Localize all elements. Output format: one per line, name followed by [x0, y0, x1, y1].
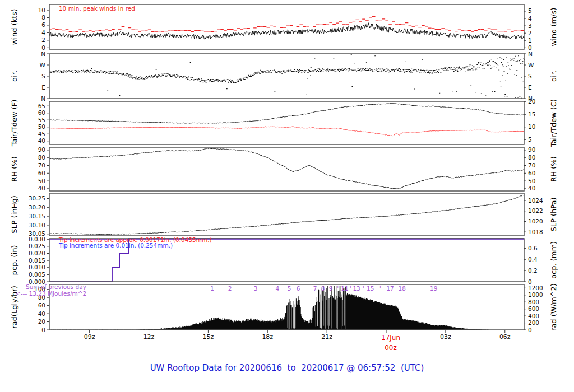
- rad-cumulative-mark: ': [337, 285, 339, 292]
- right-tick-label: 20: [528, 98, 535, 105]
- left-tick-label: 50: [38, 178, 45, 184]
- panel-rad: 123456789'11'13'15'171819020406080100020…: [10, 283, 558, 333]
- left-tick-label: 20: [38, 318, 45, 325]
- figure-title: UW Rooftop Data for 20200616 to 20200617…: [0, 363, 574, 373]
- left-tick-label: 50: [38, 123, 45, 130]
- x-tick-label: 21z: [321, 333, 332, 340]
- rad-cumulative-mark: 17: [386, 285, 394, 292]
- panel-border-dir: [49, 54, 524, 99]
- right-tick-label: 0.4: [528, 256, 538, 263]
- rad-cumulative-mark: 7: [313, 285, 317, 292]
- right-tick-label: 200: [528, 319, 539, 326]
- left-tick-label: 30.10: [29, 222, 45, 228]
- left-tick-label: 55: [38, 116, 45, 123]
- x-tick-label: 09z: [84, 333, 95, 340]
- left-tick-label: 80: [38, 154, 45, 161]
- panel-annotation: Sum of previous day: [26, 283, 86, 290]
- rad-cumulative-mark: 11: [341, 285, 348, 292]
- left-tick-label: N: [41, 95, 45, 102]
- right-tick-label: 5: [528, 7, 532, 14]
- left-tick-label: 8: [41, 14, 45, 21]
- right-tick-label: 5: [528, 136, 532, 143]
- right-tick-label: 400: [528, 312, 539, 319]
- chart-canvas: 0246810012345wind (kts)wind (m/s)10 min.…: [0, 0, 574, 392]
- left-tick-label: 60: [38, 302, 45, 309]
- left-tick-label: 0.020: [29, 250, 45, 256]
- left-tick-label: N: [41, 50, 45, 57]
- left-tick-label: 65: [38, 102, 45, 109]
- panel-pcp: 0.0000.0050.0100.0150.0200.0250.03000.20…: [10, 236, 558, 285]
- right-tick-label: 600: [528, 305, 539, 312]
- left-tick-label: 6: [41, 21, 45, 28]
- left-tick-label: W: [40, 62, 46, 68]
- panel-annotation: Tip increments are 0.01in. (0.254mm.): [58, 242, 173, 249]
- rad-cumulative-mark: ': [363, 285, 364, 292]
- right-tick-label: 1018: [528, 228, 543, 235]
- right-tick-label: 50: [528, 178, 535, 184]
- rad-cumulative-mark: ': [379, 285, 381, 292]
- right-tick-label: 800: [528, 298, 539, 305]
- left-tick-label: 2: [41, 36, 45, 43]
- right-tick-label: 40: [528, 185, 535, 192]
- right-tick-label: 2: [528, 30, 532, 36]
- left-tick-label: 0.030: [29, 236, 45, 242]
- rad-cumulative-mark: 18: [399, 285, 406, 292]
- right-tick-label: 1024: [528, 197, 543, 204]
- right-tick-label: 0: [528, 326, 532, 333]
- right-axis-title-dir: dir.: [549, 71, 558, 82]
- left-axis-title-rh: RH (%): [10, 156, 18, 181]
- panel-annotation: <--- 13.23 MJoules/m^2: [16, 290, 86, 297]
- x-tick-label: 15z: [203, 333, 214, 340]
- right-tick-label: 70: [528, 162, 535, 169]
- panel-border-slp: [49, 193, 524, 236]
- left-axis-title-wind: wind (kts): [10, 9, 18, 45]
- rad-cumulative-mark: 2: [228, 285, 232, 292]
- left-tick-label: S: [41, 73, 45, 80]
- series-solar-radiation: [49, 286, 497, 330]
- right-tick-label: S: [528, 73, 532, 80]
- right-tick-label: N: [528, 50, 533, 57]
- right-tick-label: 1020: [528, 218, 543, 225]
- x-tick-label-hour: 00z: [385, 344, 397, 352]
- rad-cumulative-mark: 1: [210, 285, 214, 292]
- series-tair-f: [49, 103, 524, 123]
- right-tick-label: W: [528, 62, 534, 68]
- left-tick-label: 30.15: [29, 213, 45, 220]
- x-axis: 09z12z15z18z21z17Jun00z03z06z: [84, 330, 511, 352]
- left-tick-label: 40: [38, 137, 45, 144]
- x-tick-label: 06z: [499, 333, 511, 340]
- left-tick-label: 30.25: [29, 195, 45, 202]
- x-tick-label: 18z: [262, 333, 273, 340]
- panel-slp: 30.0530.1030.1530.2030.25101810201022102…: [10, 193, 558, 237]
- rad-cumulative-mark: 4: [276, 285, 280, 292]
- right-axis-title-slp: SLP (hPa): [549, 197, 558, 231]
- uw-rooftop-weather-figure: 0246810012345wind (kts)wind (m/s)10 min.…: [0, 0, 574, 392]
- panel-border-rh: [49, 147, 524, 191]
- left-tick-label: 0.015: [29, 257, 45, 264]
- right-axis-title-wind: wind (m/s): [549, 8, 558, 46]
- right-tick-label: 15: [528, 111, 535, 118]
- rad-cumulative-mark: 15: [367, 285, 374, 292]
- left-axis-title-slp: SLP (inHg): [10, 195, 18, 234]
- left-tick-label: E: [41, 84, 45, 91]
- rad-cumulative-mark: 6: [297, 285, 300, 292]
- rad-cumulative-mark: 8: [321, 285, 325, 292]
- left-axis-title-dir: dir.: [10, 71, 18, 82]
- right-tick-label: 4: [528, 15, 532, 22]
- right-axis-title-rh: RH (%): [549, 156, 558, 181]
- series-wind-direction: [49, 55, 525, 99]
- panel-rh: 405060708090405060708090RH (%)RH (%): [10, 146, 558, 192]
- panel-wind: 0246810012345wind (kts)wind (m/s)10 min.…: [10, 4, 558, 51]
- right-tick-label: 0: [528, 278, 532, 285]
- left-tick-label: 60: [38, 109, 45, 116]
- right-tick-label: 1000: [528, 291, 543, 298]
- right-tick-label: 90: [528, 146, 535, 153]
- right-axis-title-rad: rad (W/m^2): [549, 283, 558, 331]
- left-tick-label: 0.005: [29, 271, 45, 278]
- left-tick-label: 0.010: [29, 264, 45, 270]
- left-axis-title-temp: Tair/Tdew (F): [10, 100, 18, 147]
- left-tick-label: 40: [38, 185, 45, 192]
- panel-annotation: 10 min. peak winds in red: [59, 5, 135, 12]
- left-tick-label: 10: [38, 7, 45, 13]
- x-tick-label: 03z: [440, 333, 451, 340]
